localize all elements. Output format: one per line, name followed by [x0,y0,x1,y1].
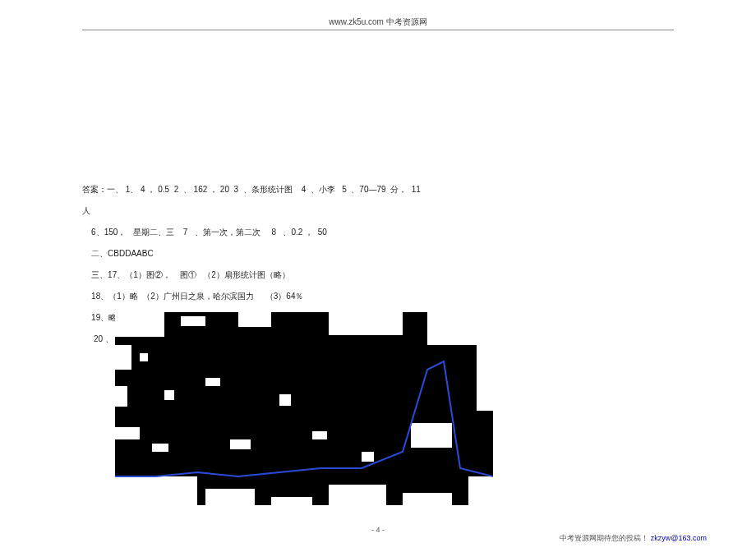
answer-line-6: 18、（1）略 （2）广州日之泉，哈尔滨国力 （3）64％ [82,288,674,306]
chart-svg [115,312,493,505]
header-url: www.zk5u.com [329,17,384,26]
svg-rect-4 [329,312,403,335]
svg-rect-12 [279,394,291,406]
footer-text: 中考资源网期待您的投稿！ [560,534,648,542]
svg-rect-9 [115,386,127,407]
chart-region [115,312,493,505]
svg-rect-6 [477,345,493,411]
answer-line-4: 二、CBDDAABC [82,245,674,263]
svg-rect-7 [115,345,131,370]
svg-rect-1 [115,312,164,337]
footer-email: zkzyw@163.com [651,534,707,542]
svg-rect-23 [362,452,374,462]
svg-rect-13 [115,476,197,505]
page-header: www.zk5u.com 中考资源网 [0,16,756,30]
svg-rect-10 [164,390,174,400]
svg-rect-14 [205,489,255,505]
svg-rect-18 [468,476,493,505]
svg-rect-5 [427,312,493,345]
answer-line-1: 答案：一、 1、 4 ， 0.5 2 、 162 ， 20 3 、条形统计图 4… [82,181,674,199]
svg-rect-3 [238,312,271,327]
header-site-name: 中考资源网 [386,17,427,26]
svg-rect-2 [181,316,205,326]
svg-rect-8 [140,353,148,361]
svg-rect-21 [230,439,251,449]
svg-rect-11 [205,378,220,386]
svg-rect-19 [115,427,140,439]
answer-line-2: 人 [82,202,674,220]
svg-rect-17 [403,493,452,505]
svg-rect-20 [152,444,168,452]
answer-line-3: 6、150， 星期二、三 7 、第一次，第二次 8 、0.2 ， 50 [82,223,674,242]
svg-rect-24 [411,423,452,448]
answer-line-5: 三、17、（1）图②， 图① （2）扇形统计图（略） [82,266,674,284]
footer: 中考资源网期待您的投稿！ zkzyw@163.com [560,533,707,544]
header-divider [82,30,674,30]
svg-rect-16 [329,485,386,505]
svg-rect-22 [312,431,327,439]
svg-rect-15 [271,497,312,505]
